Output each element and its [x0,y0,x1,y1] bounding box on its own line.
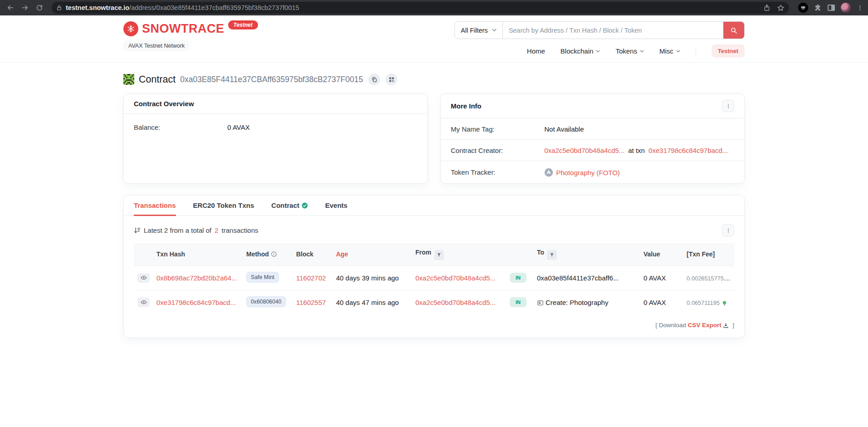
creator-address-link[interactable]: 0xa2c5e0bd70b48a4cd5... [544,147,624,154]
contract-icon [537,299,544,306]
download-suffix: ] [732,322,734,329]
from-address-link[interactable]: 0xa2c5e0bd70b48a4cd5... [415,274,496,282]
filter-funnel-icon [550,252,554,257]
lock-icon [56,5,62,11]
url-host: testnet.snowtrace.io [66,4,129,11]
sort-icon [134,227,141,234]
forward-icon[interactable] [19,2,31,14]
to-filter-button[interactable] [547,250,557,260]
main-nav: Home Blockchain Tokens Misc Testnet [454,44,745,58]
token-tracker-link[interactable]: Photography (FOTO) [556,169,620,177]
col-txn-hash: Txn Hash [153,243,243,265]
share-icon[interactable] [763,4,770,11]
download-prefix: [ Download [655,322,686,329]
token-logo [544,168,553,177]
chevron-down-icon [676,50,680,53]
tx-preview-button[interactable] [137,273,150,283]
search-input[interactable] [503,22,723,39]
tab-transactions[interactable]: Transactions [134,195,176,216]
token-tracker-label: Token Tracker: [451,168,544,176]
chevron-down-icon [596,50,600,53]
name-tag-value: Not Available [544,125,584,133]
snowtrace-logo-icon [123,21,138,36]
summary-suffix: transactions [222,226,258,234]
col-txn-fee: [Txn Fee] [683,243,734,265]
nav-misc[interactable]: Misc [659,47,680,55]
chevron-down-icon [492,29,497,32]
tab-contract[interactable]: Contract [271,195,308,216]
nav-testnet-badge[interactable]: Testnet [712,44,745,58]
nav-tokens[interactable]: Tokens [615,47,644,55]
verified-check-icon [302,202,308,209]
nav-home[interactable]: Home [527,47,545,55]
col-to: To [533,243,640,265]
block-link[interactable]: 11602557 [296,299,326,306]
browser-menu-icon[interactable] [857,5,863,11]
age-cell: 40 days 47 mins ago [332,290,412,314]
page-title-type: Contract [139,74,176,85]
bookmark-star-icon[interactable] [777,4,785,12]
creator-txn-link[interactable]: 0xe31798c6c84c97bacd... [649,147,728,154]
copy-icon [371,77,377,83]
filter-funnel-icon [437,252,441,257]
tab-erc20-token-txns[interactable]: ERC20 Token Txns [193,195,254,216]
chevron-down-icon [640,50,644,53]
search-filter-select[interactable]: All Filters [455,22,503,39]
download-icon [723,323,729,329]
kebab-menu-icon [726,228,731,233]
summary-count: 2 [215,226,218,234]
url-bar[interactable]: testnet.snowtrace.io/address/0xa03e85f44… [52,2,789,14]
csv-export-link[interactable]: CSV Export [688,322,721,329]
from-address-link[interactable]: 0xa2c5e0bd70b48a4cd5... [415,299,496,306]
block-link[interactable]: 11602702 [296,274,326,282]
method-badge: 0x60806040 [246,296,286,307]
nav-blockchain[interactable]: Blockchain [561,47,600,55]
back-icon[interactable] [5,2,16,14]
col-age[interactable]: Age [332,243,412,265]
table-header-row: Txn Hash Method Block Age From To Value … [134,243,734,265]
col-value: Value [640,243,683,265]
contract-creator-label: Contract Creator: [451,147,544,154]
site-header: SNOWTRACE Testnet AVAX Testnet Network A… [0,15,868,63]
to-address: Create: Photography [546,299,608,306]
txn-fee: 0.065711195 [687,299,720,306]
value-cell: 0 AVAX [640,290,683,314]
copy-address-button[interactable] [368,74,380,85]
extensions-puzzle-icon[interactable] [814,4,822,12]
search-button[interactable] [723,22,744,39]
txn-hash-link[interactable]: 0x8b698ac72bd20b2a64... [156,274,237,282]
tabs: Transactions ERC20 Token Txns Contract E… [124,195,744,216]
balance-value: 0 AVAX [227,123,249,131]
summary-prefix: Latest 2 from a total of [144,226,211,234]
extension-owl-icon[interactable] [798,3,808,13]
more-info-card: More Info My Name Tag: Not Available Con… [440,93,745,184]
from-filter-button[interactable] [434,250,444,260]
more-info-menu-button[interactable] [722,100,734,112]
page-title-address: 0xa03E85F4411e37CBAff635975bf38cB2737F00… [180,75,363,84]
txns-menu-button[interactable] [722,224,734,236]
side-panel-icon[interactable] [828,5,835,11]
tx-preview-button[interactable] [137,298,150,307]
kebab-menu-icon [726,103,731,109]
info-icon[interactable] [271,251,277,257]
gas-bulb-icon [722,300,727,306]
col-method: Method [243,243,293,265]
logo-text: SNOWTRACE [142,22,224,36]
reload-icon[interactable] [34,2,45,14]
search-filter-label: All Filters [461,27,488,34]
overview-card-title: Contract Overview [134,100,194,108]
profile-avatar[interactable] [841,3,851,13]
col-block: Block [293,243,332,265]
tab-events[interactable]: Events [325,195,347,216]
contract-overview-card: Contract Overview Balance: 0 AVAX [123,93,428,184]
balance-label: Balance: [134,123,227,131]
direction-badge: IN [510,297,527,307]
qr-code-icon [389,77,395,83]
qr-code-button[interactable] [385,74,397,85]
txn-hash-link[interactable]: 0xe31798c6c84c97bacd... [156,299,236,306]
txns-summary: Latest 2 from a total of 2 transactions [134,224,734,236]
network-label: AVAX Testnet Network [123,40,190,51]
logo[interactable]: SNOWTRACE Testnet [123,21,258,36]
csv-export-row: [ Download CSV Export ] [134,322,734,329]
age-cell: 40 days 39 mins ago [332,265,412,290]
